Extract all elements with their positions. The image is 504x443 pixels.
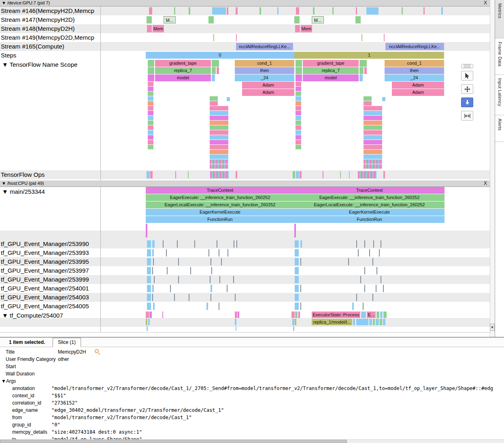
trace-slice[interactable]: [352, 303, 354, 310]
trace-slice[interactable]: [221, 258, 222, 265]
trace-slice[interactable]: [332, 7, 334, 15]
flame-segment[interactable]: [210, 135, 228, 140]
trace-slice[interactable]: [147, 276, 151, 283]
tab-metrics[interactable]: Metrics: [495, 0, 504, 38]
trace-slice[interactable]: [217, 240, 217, 248]
trace-slice[interactable]: Adam: [242, 82, 294, 89]
flame-segment[interactable]: [148, 82, 153, 86]
flame-segment[interactable]: [148, 121, 153, 125]
trace-slice[interactable]: [213, 34, 214, 41]
trace-slice[interactable]: EagerLocalExecute: __inference_train_fun…: [294, 201, 444, 208]
trace-slice[interactable]: [372, 258, 373, 265]
flame-segment[interactable]: [364, 111, 382, 115]
trace-slice[interactable]: [295, 267, 299, 274]
zoom-tool-button[interactable]: [461, 98, 473, 107]
trace-slice[interactable]: [148, 319, 150, 325]
trace-slice[interactable]: [152, 285, 154, 292]
flame-segment[interactable]: [148, 106, 153, 110]
trace-slice[interactable]: [212, 60, 219, 67]
trace-slice[interactable]: [296, 74, 302, 81]
trace-slice[interactable]: FunctionRun: [146, 216, 294, 223]
flame-segment[interactable]: [296, 130, 301, 135]
trace-slice[interactable]: [210, 276, 211, 283]
trace-slice[interactable]: [211, 258, 211, 265]
cpu-main-label[interactable]: ▼ main/253344: [2, 188, 45, 195]
flame-segment[interactable]: [364, 155, 382, 159]
trace-slice[interactable]: [295, 240, 299, 248]
trace-slice[interactable]: [178, 276, 179, 283]
trace-slice[interactable]: [360, 276, 361, 283]
trace-slice[interactable]: [147, 303, 151, 310]
trace-slice[interactable]: [402, 7, 403, 15]
trace-slice[interactable]: [296, 60, 302, 67]
trace-slice[interactable]: [296, 7, 299, 15]
selection-tool-button[interactable]: [461, 71, 473, 81]
trace-slice[interactable]: replica_1/model/t...: [312, 319, 352, 325]
trace-slice[interactable]: [292, 319, 294, 325]
trace-slice[interactable]: [212, 67, 216, 74]
trace-slice[interactable]: [380, 312, 383, 318]
trace-slice[interactable]: [383, 319, 385, 325]
trace-slice[interactable]: [148, 60, 154, 67]
args-toggle[interactable]: ▼Args: [0, 378, 16, 384]
trace-slice[interactable]: [294, 224, 296, 237]
trace-slice[interactable]: [177, 240, 178, 248]
trace-slice[interactable]: 0: [146, 52, 294, 59]
trace-slice[interactable]: ExecutorState::Process: [312, 312, 360, 318]
flame-segment[interactable]: [210, 116, 228, 120]
trace-slice[interactable]: [295, 312, 298, 318]
trace-slice[interactable]: [361, 312, 366, 318]
trace-slice[interactable]: [294, 16, 300, 23]
trace-slice[interactable]: [381, 240, 381, 248]
flame-segment[interactable]: [148, 111, 153, 115]
trace-slice[interactable]: [373, 240, 374, 248]
cpu-section-close-button[interactable]: X: [484, 180, 487, 187]
trace-slice[interactable]: [147, 16, 152, 23]
tf-name-scope-label[interactable]: ▼ TensorFlow Name Scope: [2, 61, 77, 68]
trace-slice[interactable]: [219, 249, 219, 256]
flame-segment[interactable]: [296, 135, 301, 140]
trace-slice[interactable]: [148, 74, 154, 81]
trace-slice[interactable]: [147, 171, 150, 178]
trace-slice[interactable]: [235, 319, 236, 325]
trace-slice[interactable]: [293, 171, 295, 178]
flame-segment[interactable]: [364, 140, 382, 144]
trace-slice[interactable]: [190, 267, 191, 274]
trace-slice[interactable]: [211, 267, 212, 274]
flame-segment[interactable]: [364, 116, 382, 120]
trace-slice[interactable]: [379, 249, 380, 256]
trace-slice[interactable]: [348, 258, 349, 265]
trace-slice[interactable]: [358, 171, 376, 178]
trace-slice[interactable]: [376, 312, 379, 318]
trace-slice[interactable]: Adam: [392, 82, 444, 89]
trace-slice[interactable]: replica_7: [303, 67, 359, 74]
trace-slice[interactable]: [189, 294, 189, 301]
trace-slice[interactable]: [234, 240, 234, 248]
trace-slice[interactable]: [227, 285, 228, 292]
trace-slice[interactable]: Mem: [153, 25, 164, 32]
flame-segment[interactable]: [296, 140, 301, 144]
flame-segment[interactable]: [364, 150, 382, 154]
flame-segment[interactable]: [210, 101, 218, 106]
trace-slice[interactable]: Adam: [242, 89, 294, 96]
trace-slice[interactable]: [295, 258, 299, 265]
trace-canvas[interactable]: ▼ /device:GPU:7 (pid 7) X ▼ /host:CPU (p…: [0, 0, 490, 337]
trace-slice[interactable]: [295, 249, 299, 256]
trace-slice[interactable]: [362, 34, 362, 41]
trace-slice[interactable]: [149, 7, 152, 15]
trace-slice[interactable]: [208, 16, 214, 23]
trace-slice[interactable]: ncclAllReduceRingLLKe...: [385, 43, 444, 50]
trace-slice[interactable]: [147, 285, 151, 292]
flame-segment[interactable]: [210, 145, 228, 149]
flame-segment[interactable]: [296, 121, 301, 125]
trace-slice[interactable]: [364, 285, 365, 292]
trace-slice[interactable]: [382, 97, 385, 101]
trace-slice[interactable]: [146, 224, 147, 237]
flame-segment[interactable]: [210, 130, 228, 135]
flame-segment[interactable]: [364, 159, 382, 164]
trace-slice[interactable]: [148, 67, 154, 74]
trace-slice[interactable]: [211, 294, 211, 301]
trace-slice[interactable]: [235, 312, 237, 318]
trace-slice[interactable]: [300, 258, 301, 265]
trace-slice[interactable]: [206, 303, 208, 310]
